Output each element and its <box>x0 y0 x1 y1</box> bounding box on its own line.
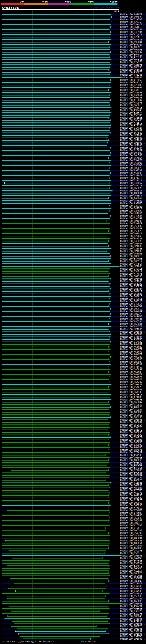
hit-label[interactable]: UniRef100_Q4UIP3 <box>120 550 142 552</box>
hit-label[interactable]: UniRef100_A9J5P2 <box>120 363 142 366</box>
hit-bar[interactable] <box>2 47 110 48</box>
hit-bar[interactable] <box>2 128 110 128</box>
hit-bar[interactable] <box>2 475 109 476</box>
hit-label[interactable]: UniRef100_A5AW13 <box>120 38 142 41</box>
hit-bar[interactable] <box>2 60 110 60</box>
hit-label[interactable]: UniRef100_Q1HR32 <box>120 340 142 343</box>
hit-bar[interactable] <box>2 319 109 319</box>
hit-bar[interactable] <box>2 410 108 410</box>
hit-label[interactable]: UniRef100_UPI000.. <box>120 328 145 330</box>
hit-bar[interactable] <box>2 354 109 355</box>
hit-bar[interactable] <box>2 462 108 463</box>
hit-bar[interactable] <box>2 17 111 17</box>
hit-bar[interactable] <box>2 614 108 614</box>
hit-label[interactable]: UniRef100_B9W9B1 <box>120 318 142 320</box>
hit-label[interactable]: UniRef100_Q6BS28 <box>120 300 142 303</box>
hit-bar[interactable] <box>2 440 108 440</box>
hit-label[interactable]: UniRef100_P13023 <box>120 482 142 484</box>
hit-bar[interactable] <box>2 266 119 266</box>
hit-label[interactable]: UniRef100_A7AQ98 <box>120 620 142 622</box>
hit-label[interactable]: UniRef100_A5JVQ0 <box>120 172 142 174</box>
hit-label[interactable]: UniRef100_Q4YYJ6 <box>120 590 142 592</box>
hit-label[interactable]: UniRef100_Q2HRD6 <box>120 84 142 86</box>
hit-bar[interactable] <box>2 545 108 546</box>
hit-label[interactable]: UniRef100_B6JUU0 <box>120 388 142 391</box>
hit-label[interactable]: UniRef100_A6YM88 <box>120 446 142 449</box>
hit-label[interactable]: UniRef100_A9BKB5 <box>120 608 142 610</box>
hit-bar[interactable] <box>2 387 108 388</box>
hit-label[interactable]: UniRef100_C0PQ62 <box>120 129 142 132</box>
hit-bar[interactable] <box>2 64 110 65</box>
hit-bar[interactable] <box>2 39 110 40</box>
hit-label[interactable]: UniRef100_P05736 <box>120 416 142 418</box>
hit-label[interactable]: UniRef100_Q6CQM3 <box>120 438 142 441</box>
hit-bar[interactable] <box>2 420 107 420</box>
hit-label[interactable]: UniRef100_B4QNJ4 <box>120 215 142 217</box>
hit-label[interactable]: UniRef100_A1CZD5 <box>120 524 142 527</box>
hit-label[interactable]: UniRef100_C1BKP9 <box>120 149 142 152</box>
hit-bar[interactable] <box>2 52 110 52</box>
hit-label[interactable]: UniRef100_C5P774 <box>120 476 142 479</box>
hit-bar[interactable] <box>2 24 110 25</box>
hit-bar[interactable] <box>2 211 110 211</box>
hit-bar[interactable] <box>2 87 110 88</box>
hit-bar[interactable] <box>2 125 110 126</box>
hit-bar[interactable] <box>2 520 108 521</box>
hit-bar[interactable] <box>2 326 110 327</box>
hit-label[interactable]: UniRef100_B3L699 <box>120 444 142 446</box>
hit-bar[interactable] <box>2 306 108 307</box>
hit-label[interactable]: UniRef100_C8CLR0 <box>120 411 142 414</box>
hit-bar[interactable] <box>2 478 108 478</box>
hit-bar[interactable] <box>5 540 108 541</box>
hit-label[interactable]: UniRef100_Q4GXL5 <box>120 295 142 298</box>
hit-bar[interactable] <box>2 135 108 136</box>
hit-label[interactable]: UniRef100_Q6C0H1 <box>120 323 142 325</box>
hit-label[interactable]: UniRef100_UPI000.. <box>120 144 145 147</box>
hit-label[interactable]: UniRef100_A3GFN6 <box>120 338 142 340</box>
hit-bar[interactable] <box>2 261 108 262</box>
hit-label[interactable]: UniRef100_UPI000.. <box>120 245 145 248</box>
hit-label[interactable]: UniRef100_C8BNT5 <box>120 625 142 628</box>
hit-bar[interactable] <box>2 233 110 234</box>
hit-label[interactable]: UniRef100_Q90YW1 <box>120 278 142 280</box>
hit-label[interactable]: UniRef100_C0H8H2 <box>120 152 142 154</box>
hit-bar[interactable] <box>2 382 109 382</box>
hit-label[interactable]: UniRef100_C7TZL2 <box>120 177 142 179</box>
hit-bar[interactable] <box>18 634 108 634</box>
hit-label[interactable]: UniRef100_C4YCU4 <box>120 336 142 338</box>
hit-label[interactable]: UniRef100_B8NRH6 <box>120 514 142 517</box>
hit-label[interactable]: UniRef100_UPI000.. <box>120 622 145 625</box>
hit-label[interactable]: UniRef100_UPI000.. <box>120 632 145 635</box>
hit-bar[interactable] <box>2 27 110 28</box>
hit-bar[interactable] <box>2 543 109 544</box>
hit-label[interactable]: UniRef100_A8IVK1 <box>120 13 142 16</box>
hit-bar[interactable] <box>7 566 108 566</box>
hit-bar[interactable] <box>2 500 109 501</box>
hit-bar[interactable] <box>2 54 108 55</box>
hit-bar[interactable] <box>4 183 109 184</box>
hit-bar[interactable] <box>2 258 110 259</box>
hit-bar[interactable] <box>2 175 108 176</box>
hit-bar[interactable] <box>2 309 110 309</box>
hit-label[interactable]: UniRef100_UPI000.. <box>120 265 145 268</box>
hit-label[interactable]: UniRef100_Q4Y4J0 <box>120 585 142 587</box>
hit-bar[interactable] <box>2 253 109 254</box>
hit-bar[interactable] <box>2 570 108 571</box>
hit-bar[interactable] <box>8 598 104 599</box>
hit-bar[interactable] <box>2 271 108 272</box>
hit-bar[interactable] <box>2 389 109 390</box>
hit-label[interactable]: UniRef100_A0EZU5 <box>120 356 142 358</box>
hit-bar[interactable] <box>2 158 108 158</box>
hit-label[interactable]: UniRef100_B8MBP1 <box>120 449 142 451</box>
hit-label[interactable]: UniRef100_A6YM87 <box>120 343 142 346</box>
hit-label[interactable]: UniRef100_B9RPL9 <box>120 54 142 56</box>
hit-label[interactable]: UniRef100_A4RVW0 <box>120 315 142 318</box>
hit-bar[interactable] <box>2 321 110 322</box>
hit-label[interactable]: UniRef100_A7S5T9 <box>120 122 142 124</box>
hit-label[interactable]: UniRef100_Q9XVF7 <box>120 383 142 386</box>
hit-label[interactable]: UniRef100_Q19VE5 <box>120 527 142 529</box>
hit-label[interactable]: UniRef100_Q5MGL2 <box>120 270 142 272</box>
hit-label[interactable]: UniRef100_C3ZEN8 <box>120 116 142 119</box>
hit-label[interactable]: UniRef100_Q3UJS0 <box>120 205 142 207</box>
hit-label[interactable]: UniRef100_B5DGW7 <box>120 162 142 164</box>
